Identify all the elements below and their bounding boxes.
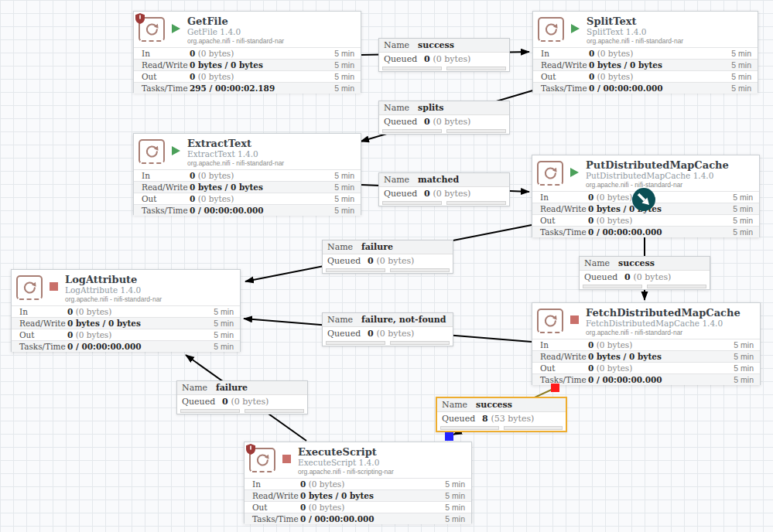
stat-value: 0 bytes / 0 bytes [67,318,214,329]
connection-bendpoint-marker[interactable] [632,188,655,211]
stat-value: 0 (0 bytes) [589,71,731,82]
nifi-canvas[interactable]: { "labels_keys": { "name": "Name", "queu… [0,0,773,532]
stat-value: 0 (0 bytes) [588,339,734,350]
processor-bundle: org.apache.nifi - nifi-standard-nar [187,159,284,168]
processor-bundle: org.apache.nifi - nifi-scripting-nar [298,468,394,476]
connection-label-failure-not-found[interactable]: Name failure, not-found Queued 0 (0 byte… [322,312,453,346]
queue-size-bars [379,128,509,134]
stat-row-out: Out 0 (0 bytes) 5 min [245,501,471,513]
processor-logattribute[interactable]: LogAttribute LogAttribute 1.4.0 org.apac… [11,269,241,352]
processor-version: ExecuteScript 1.4.0 [298,458,394,468]
processor-titles: ExecuteScript ExecuteScript 1.4.0 org.ap… [298,446,394,476]
stat-row-out: Out 0 (0 bytes) 5 min [532,214,759,226]
stat-row-tasks: Tasks/Time 295 / 00:00:02.189 5 min [134,82,361,94]
stat-label: In [540,192,588,203]
connection-name: failure [361,240,393,254]
stat-value: 0 (0 bytes) [300,479,445,489]
restricted-shield-icon [135,13,145,24]
stat-value: 0 / 00:00:00.000 [67,341,214,352]
connection-label-success[interactable]: Name success Queued 0 (0 bytes) [579,256,710,290]
processor-version: SplitText 1.4.0 [587,27,683,37]
stat-value: 0 (0 bytes) [190,193,334,204]
stat-value: 0 bytes / 0 bytes [589,60,731,70]
stat-value: 0 bytes / 0 bytes [190,60,334,70]
processor-bundle: org.apache.nifi - nifi-standard-nar [587,37,683,46]
connection-label-success[interactable]: Name success Queued 8 (53 bytes) [436,397,567,432]
stat-label: Out [252,502,300,513]
queued-count: 0 (0 bytes) [368,327,414,340]
connection-label-splits[interactable]: Name splits Queued 0 (0 bytes) [378,101,510,135]
connection-label-failure[interactable]: Name failure Queued 0 (0 bytes) [322,240,453,274]
stat-label: In [541,48,589,59]
stat-label: Tasks/Time [252,513,300,524]
stat-label: Read/Write [142,60,190,70]
stop-status-icon [50,282,58,291]
stat-row-in: In 0 (0 bytes) 5 min [245,478,471,489]
connection-queued-row: Queued 8 (53 bytes) [437,412,566,425]
stat-window: 5 min [733,192,753,203]
connection-name: success [418,39,454,52]
arrow-se-icon [632,188,655,211]
processor-fetchdistributedmapcache[interactable]: FetchDistributedMapCache FetchDistribute… [532,302,761,385]
restricted-shield-icon [246,444,255,455]
stat-value: 0 (0 bytes) [67,306,214,317]
stat-window: 5 min [733,203,753,214]
stat-window: 5 min [214,341,234,352]
connection-name-row: Name failure, not-found [323,313,453,327]
stat-label: In [142,170,190,181]
stat-value: 0 / 00:00:00.000 [589,83,731,94]
queue-size-bars [379,200,509,206]
processor-getfile[interactable]: GetFile GetFile 1.4.0 org.apache.nifi - … [133,11,361,93]
queue-size-bars [437,425,566,431]
stat-row-out: Out 0 (0 bytes) 5 min [532,362,760,373]
run-status-icon [571,24,580,33]
stat-value: 0 / 00:00:00.000 [588,374,734,385]
swirl-icon [542,312,559,329]
processor-header: FetchDistributedMapCache FetchDistribute… [532,303,760,339]
connection-name: failure, not-found [361,313,446,326]
stat-row-readwrite: Read/Write 0 bytes / 0 bytes 5 min [134,181,361,193]
stat-row-in: In 0 (0 bytes) 5 min [12,305,240,317]
processor-header: SplitText SplitText 1.4.0 org.apache.nif… [533,12,758,47]
connection-label-failure[interactable]: Name failure Queued 0 (0 bytes) [176,380,308,414]
connection-label-matched[interactable]: Name matched Queued 0 (0 bytes) [378,172,510,206]
processor-titles: ExtractText ExtractText 1.4.0 org.apache… [187,138,284,168]
connection-name-row: Name success [437,398,566,412]
connection-label-success[interactable]: Name success Queued 0 (0 bytes) [378,38,510,72]
connection-name-row: Name failure [323,240,453,254]
stat-value: 0 (0 bytes) [588,363,734,373]
processor-stamp-icon [537,161,563,186]
stat-row-readwrite: Read/Write 0 bytes / 0 bytes 5 min [532,350,760,362]
run-status-icon [172,24,180,33]
stat-row-out: Out 0 (0 bytes) 5 min [12,329,240,340]
processor-splittext[interactable]: SplitText SplitText 1.4.0 org.apache.nif… [532,11,758,93]
processor-version: FetchDistributedMapCache 1.4.0 [586,319,741,329]
stat-row-tasks: Tasks/Time 0 / 00:00:00.000 5 min [532,226,759,237]
processor-extracttext[interactable]: ExtractText ExtractText 1.4.0 org.apache… [133,133,361,215]
stat-window: 5 min [214,329,234,340]
processor-stamp-icon [537,309,563,333]
stat-label: Out [541,71,589,82]
stat-label: Tasks/Time [540,227,588,237]
stat-window: 5 min [731,83,751,94]
processor-version: GetFile 1.4.0 [187,27,284,37]
processor-titles: GetFile GetFile 1.4.0 org.apache.nifi - … [187,15,284,46]
processor-titles: SplitText SplitText 1.4.0 org.apache.nif… [587,15,683,46]
queue-size-bars [379,66,509,71]
stat-value: 0 / 00:00:00.000 [588,227,733,237]
stat-value: 0 (0 bytes) [67,329,214,340]
stat-window: 5 min [334,170,354,181]
queued-count: 0 (0 bytes) [222,395,268,408]
stat-row-out: Out 0 (0 bytes) 5 min [134,193,361,204]
stat-window: 5 min [731,48,751,59]
connection-name: splits [418,101,444,114]
stat-value: 0 / 00:00:00.000 [300,513,445,524]
swirl-icon [21,279,38,296]
stat-label: Tasks/Time [142,205,190,216]
run-status-icon [172,146,180,155]
stat-value: 0 (0 bytes) [300,502,445,513]
connection-queued-row: Queued 0 (0 bytes) [379,53,509,66]
stat-window: 5 min [731,60,751,70]
stat-label: Read/Write [540,203,588,214]
processor-executescript[interactable]: ExecuteScript ExecuteScript 1.4.0 org.ap… [244,442,472,523]
